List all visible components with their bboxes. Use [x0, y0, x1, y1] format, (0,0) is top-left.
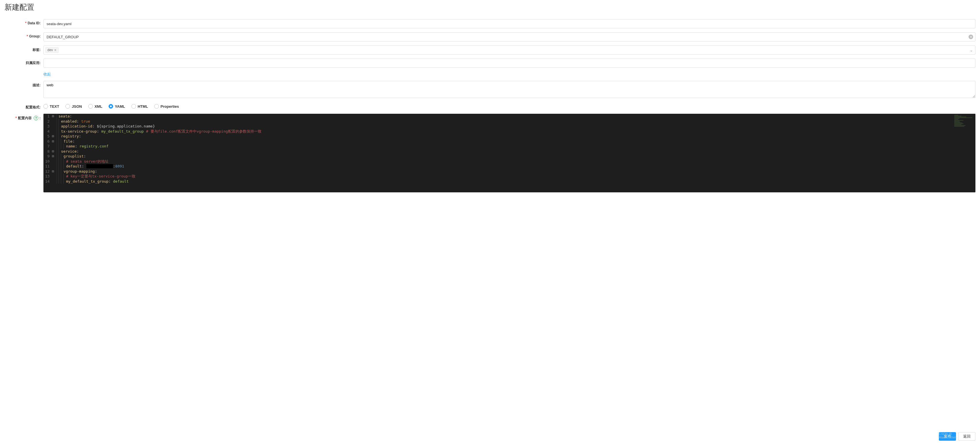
- label-group: *Group:: [5, 32, 43, 38]
- group-input[interactable]: [43, 32, 975, 41]
- format-radio-yaml[interactable]: YAML: [108, 104, 125, 108]
- tag-item: dev ✕: [45, 47, 59, 53]
- description-textarea[interactable]: web: [43, 81, 975, 98]
- collapse-link[interactable]: 收起: [43, 72, 51, 76]
- help-icon[interactable]: ?: [34, 116, 38, 120]
- format-radio-group: TEXTJSONXMLYAMLHTMLProperties: [43, 103, 975, 108]
- code-editor[interactable]: 1⊟2345⊟6⊟78⊟9⊟101112⊟1314 seata: enabled…: [43, 114, 975, 192]
- app-input[interactable]: [43, 59, 975, 68]
- format-radio-text[interactable]: TEXT: [43, 104, 59, 108]
- label-tags: 标签:: [5, 45, 43, 52]
- data-id-input[interactable]: [43, 19, 975, 28]
- label-content: *配置内容 ?:: [5, 114, 43, 121]
- chevron-down-icon: ⌄: [970, 48, 973, 52]
- label-data-id: *Data ID:: [5, 19, 43, 25]
- label-app: 归属应用:: [5, 59, 43, 65]
- label-format: 配置格式:: [5, 103, 43, 110]
- label-description: 描述:: [5, 81, 43, 88]
- tags-select[interactable]: dev ✕ ⌄: [43, 45, 975, 54]
- format-radio-json[interactable]: JSON: [65, 104, 82, 108]
- minimap: [954, 115, 974, 129]
- clear-icon[interactable]: ✕: [969, 35, 973, 39]
- tag-remove-icon[interactable]: ✕: [54, 48, 57, 52]
- page-title: 新建配置: [5, 2, 975, 12]
- format-radio-properties[interactable]: Properties: [154, 104, 179, 108]
- format-radio-html[interactable]: HTML: [131, 104, 148, 108]
- format-radio-xml[interactable]: XML: [88, 104, 102, 108]
